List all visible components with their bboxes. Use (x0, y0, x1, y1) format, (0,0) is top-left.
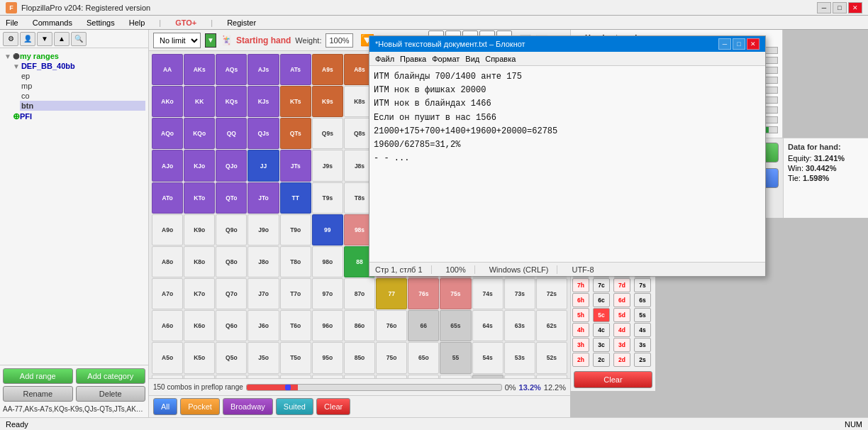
matrix-cell-10-9[interactable]: 54o (440, 375, 471, 378)
matrix-cell-10-12[interactable]: 42s (536, 375, 567, 378)
matrix-cell-7-7[interactable]: 77 (376, 278, 407, 309)
dead-card-6d[interactable]: 6d (613, 293, 630, 307)
matrix-cell-1-2[interactable]: KQs (216, 86, 247, 117)
matrix-cell-9-12[interactable]: 52s (536, 342, 567, 373)
matrix-cell-8-2[interactable]: Q6o (216, 310, 247, 341)
matrix-cell-3-5[interactable]: J9s (312, 150, 343, 181)
dead-card-4c[interactable]: 4c (593, 323, 610, 337)
matrix-cell-4-1[interactable]: KTo (184, 182, 215, 214)
menu-register[interactable]: Register (224, 18, 259, 27)
notepad-minimize[interactable]: ─ (718, 38, 731, 50)
tree-root[interactable]: ▼ ⚫ my ranges (3, 51, 145, 61)
matrix-cell-9-9[interactable]: 55 (440, 342, 471, 373)
close-button[interactable]: ✕ (848, 2, 862, 13)
user-button[interactable]: 👤 (20, 32, 35, 46)
matrix-cell-3-4[interactable]: JTs (280, 150, 311, 181)
matrix-cell-3-3[interactable]: JJ (247, 150, 279, 181)
matrix-cell-10-6[interactable]: 84o (344, 375, 375, 378)
dead-card-5c[interactable]: 5c (593, 308, 610, 322)
matrix-cell-8-9[interactable]: 65s (440, 310, 471, 341)
dead-card-6h[interactable]: 6h (572, 293, 589, 307)
clear-range-button[interactable]: Clear (316, 398, 350, 415)
matrix-cell-9-5[interactable]: 95o (312, 342, 343, 373)
matrix-cell-5-4[interactable]: T9o (280, 214, 311, 246)
matrix-cell-4-4[interactable]: TT (280, 182, 311, 214)
matrix-cell-10-0[interactable]: A4o (152, 375, 183, 378)
matrix-cell-0-1[interactable]: AKs (184, 54, 215, 85)
matrix-cell-10-8[interactable]: 64o (408, 375, 439, 378)
matrix-cell-7-10[interactable]: 74s (472, 278, 503, 309)
notepad-menu-file[interactable]: Файл (375, 55, 394, 63)
gametype-select[interactable]: No limit (153, 33, 201, 48)
matrix-cell-5-3[interactable]: J9o (247, 214, 279, 246)
all-button[interactable]: All (153, 398, 177, 415)
matrix-cell-9-3[interactable]: J5o (247, 342, 279, 373)
pocket-button[interactable]: Pocket (180, 398, 220, 415)
matrix-cell-0-3[interactable]: AJs (247, 54, 279, 85)
matrix-cell-7-5[interactable]: 97o (312, 278, 343, 309)
matrix-cell-2-0[interactable]: AQo (152, 118, 183, 149)
dead-card-7d[interactable]: 7d (613, 278, 630, 292)
notepad-content[interactable]: ИТМ блайнды 700/1400 анте 175 ИТМ нок в … (369, 66, 765, 262)
matrix-cell-9-6[interactable]: 85o (344, 342, 375, 373)
matrix-cell-2-2[interactable]: QQ (216, 118, 247, 149)
tree-item-ep[interactable]: ep (20, 71, 145, 81)
matrix-cell-10-4[interactable]: T4o (280, 375, 311, 378)
matrix-cell-5-0[interactable]: A9o (152, 214, 183, 246)
matrix-cell-10-1[interactable]: K4o (184, 375, 215, 378)
matrix-cell-6-5[interactable]: 98o (312, 246, 343, 277)
matrix-cell-9-11[interactable]: 53s (504, 342, 535, 373)
notepad-close[interactable]: ✕ (747, 38, 760, 50)
matrix-cell-0-0[interactable]: AA (152, 54, 183, 85)
matrix-cell-7-11[interactable]: 73s (504, 278, 535, 309)
matrix-cell-2-3[interactable]: QJs (247, 118, 279, 149)
matrix-cell-7-12[interactable]: 72s (536, 278, 567, 309)
matrix-cell-4-2[interactable]: QTo (216, 182, 247, 214)
dead-card-7h[interactable]: 7h (572, 278, 589, 292)
settings-button[interactable]: ⚙ (3, 32, 18, 46)
notepad-menu-edit[interactable]: Правка (400, 55, 426, 63)
notepad-menu-format[interactable]: Формат (432, 55, 460, 63)
matrix-cell-8-5[interactable]: 96o (312, 310, 343, 341)
matrix-cell-1-5[interactable]: K9s (312, 86, 343, 117)
matrix-cell-6-0[interactable]: A8o (152, 246, 183, 277)
tree-item-btn[interactable]: btn (20, 101, 145, 111)
matrix-cell-1-0[interactable]: AKo (152, 86, 183, 117)
delete-button[interactable]: Delete (76, 386, 146, 402)
notepad-menu-view[interactable]: Вид (465, 55, 479, 63)
matrix-cell-7-4[interactable]: T7o (280, 278, 311, 309)
rename-button[interactable]: Rename (3, 386, 73, 402)
dead-card-5s[interactable]: 5s (634, 308, 651, 322)
dead-card-5d[interactable]: 5d (613, 308, 630, 322)
matrix-cell-9-10[interactable]: 54s (472, 342, 503, 373)
matrix-cell-9-0[interactable]: A5o (152, 342, 183, 373)
dead-card-3h[interactable]: 3h (572, 338, 589, 352)
matrix-cell-8-6[interactable]: 86o (344, 310, 375, 341)
dead-cards-clear-button[interactable]: Clear (574, 371, 652, 388)
gametype-arrow[interactable]: ▼ (205, 33, 216, 48)
matrix-cell-10-7[interactable]: 74o (376, 375, 407, 378)
notepad-maximize[interactable]: □ (733, 38, 745, 50)
menu-commands[interactable]: Commands (30, 18, 75, 27)
menu-gto[interactable]: GTO+ (172, 18, 199, 27)
matrix-cell-7-8[interactable]: 76s (408, 278, 439, 309)
tree-item-mp[interactable]: mp (20, 81, 145, 91)
dead-card-6s[interactable]: 6s (634, 293, 651, 307)
matrix-cell-8-0[interactable]: A6o (152, 310, 183, 341)
matrix-cell-7-1[interactable]: K7o (184, 278, 215, 309)
dead-card-2c[interactable]: 2c (593, 353, 610, 367)
matrix-cell-0-5[interactable]: A9s (312, 54, 343, 85)
matrix-cell-4-5[interactable]: T9s (312, 182, 343, 214)
matrix-cell-9-7[interactable]: 75o (376, 342, 407, 373)
matrix-cell-1-1[interactable]: KK (184, 86, 215, 117)
add-category-button[interactable]: Add category (76, 368, 146, 384)
matrix-cell-6-3[interactable]: J8o (247, 246, 279, 277)
matrix-cell-10-11[interactable]: 43s (504, 375, 535, 378)
matrix-cell-10-3[interactable]: J4o (247, 375, 279, 378)
filter-up-button[interactable]: ▲ (54, 32, 69, 46)
matrix-cell-9-4[interactable]: T5o (280, 342, 311, 373)
matrix-cell-8-11[interactable]: 63s (504, 310, 535, 341)
matrix-cell-9-1[interactable]: K5o (184, 342, 215, 373)
dead-card-4d[interactable]: 4d (613, 323, 630, 337)
matrix-cell-2-4[interactable]: QTs (280, 118, 311, 149)
